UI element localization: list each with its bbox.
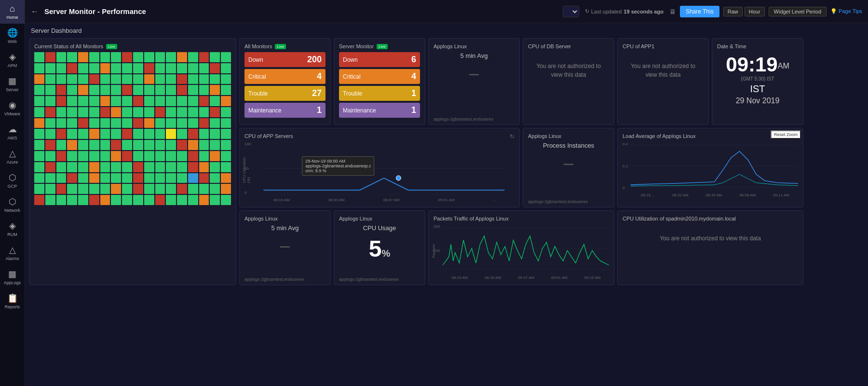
status-dot[interactable] (133, 85, 143, 95)
sidebar-item-aws[interactable]: ☁ AWS (0, 120, 25, 144)
status-dot[interactable] (177, 173, 187, 183)
status-dot[interactable] (155, 118, 165, 128)
sidebar-item-rum[interactable]: ◈ RUM (0, 217, 25, 241)
status-dot[interactable] (78, 140, 88, 150)
status-dot[interactable] (67, 195, 77, 205)
status-dot[interactable] (133, 129, 143, 139)
status-dot[interactable] (45, 96, 55, 106)
status-dot[interactable] (100, 63, 110, 73)
status-dot[interactable] (45, 107, 55, 117)
status-dot[interactable] (133, 140, 143, 150)
status-dot[interactable] (100, 173, 110, 183)
status-dot[interactable] (177, 195, 187, 205)
status-dot[interactable] (67, 96, 77, 106)
status-dot[interactable] (133, 74, 143, 84)
status-dot[interactable] (199, 118, 209, 128)
status-dot[interactable] (166, 63, 176, 73)
reset-zoom-button[interactable]: Reset Zoom (771, 130, 801, 139)
status-dot[interactable] (210, 151, 220, 161)
share-button[interactable]: Share This (680, 6, 719, 17)
status-dot[interactable] (221, 63, 231, 73)
status-dot[interactable] (133, 63, 143, 73)
status-dot[interactable] (144, 162, 154, 172)
status-dot[interactable] (56, 173, 67, 183)
status-dot[interactable] (100, 151, 110, 161)
back-button[interactable]: ← (31, 7, 39, 16)
status-dot[interactable] (221, 118, 231, 128)
sidebar-item-web[interactable]: 🌐 Web (0, 24, 25, 48)
status-dot[interactable] (155, 74, 165, 84)
status-dot[interactable] (89, 195, 99, 205)
status-dot[interactable] (100, 195, 110, 205)
status-dot[interactable] (188, 63, 198, 73)
status-dot[interactable] (155, 184, 165, 194)
status-dot[interactable] (56, 151, 67, 161)
status-dot[interactable] (45, 151, 55, 161)
status-dot[interactable] (56, 140, 67, 150)
sidebar-item-alarms[interactable]: △ Alarms (0, 241, 25, 265)
status-dot[interactable] (67, 52, 77, 62)
status-dot[interactable] (144, 140, 154, 150)
status-dot[interactable] (177, 74, 187, 84)
status-dot[interactable] (188, 74, 198, 84)
status-dot[interactable] (100, 96, 110, 106)
maintenance-row[interactable]: Maintenance 1 (244, 103, 326, 118)
status-dot[interactable] (177, 63, 187, 73)
status-dot[interactable] (122, 52, 132, 62)
status-dot[interactable] (34, 74, 44, 84)
status-dot[interactable] (221, 107, 231, 117)
status-dot[interactable] (45, 118, 55, 128)
status-dot[interactable] (78, 74, 88, 84)
status-dot[interactable] (34, 129, 44, 139)
status-dot[interactable] (166, 151, 176, 161)
status-dot[interactable] (210, 107, 220, 117)
status-dot[interactable] (89, 118, 99, 128)
status-dot[interactable] (100, 118, 110, 128)
status-dot[interactable] (177, 96, 187, 106)
status-dot[interactable] (122, 173, 132, 183)
status-dot[interactable] (133, 151, 143, 161)
status-dot[interactable] (210, 85, 220, 95)
status-dot[interactable] (122, 118, 132, 128)
status-dot[interactable] (166, 107, 176, 117)
status-dot[interactable] (166, 184, 176, 194)
status-dot[interactable] (155, 162, 165, 172)
status-dot[interactable] (177, 140, 187, 150)
status-dot[interactable] (133, 96, 143, 106)
status-dot[interactable] (122, 184, 132, 194)
status-dot[interactable] (221, 52, 231, 62)
status-dot[interactable] (199, 96, 209, 106)
status-dot[interactable] (144, 129, 154, 139)
status-dot[interactable] (199, 184, 209, 194)
status-dot[interactable] (166, 118, 176, 128)
status-dot[interactable] (199, 162, 209, 172)
status-dot[interactable] (34, 162, 44, 172)
status-dot[interactable] (78, 162, 88, 172)
status-dot[interactable] (221, 184, 231, 194)
status-dot[interactable] (122, 96, 132, 106)
trouble-row[interactable]: Trouble 27 (244, 86, 326, 101)
sidebar-item-azure[interactable]: △ Azure (0, 144, 25, 168)
status-dot[interactable] (221, 85, 231, 95)
status-dot[interactable] (221, 140, 231, 150)
status-dot[interactable] (210, 96, 220, 106)
status-dot[interactable] (45, 129, 55, 139)
status-dot[interactable] (100, 129, 110, 139)
status-dot[interactable] (56, 118, 67, 128)
status-dot[interactable] (45, 52, 55, 62)
status-dot[interactable] (166, 129, 176, 139)
status-dot[interactable] (111, 195, 121, 205)
status-dot[interactable] (111, 118, 121, 128)
status-dot[interactable] (100, 85, 110, 95)
status-dot[interactable] (78, 184, 88, 194)
status-dot[interactable] (78, 85, 88, 95)
status-dot[interactable] (155, 52, 165, 62)
status-dot[interactable] (100, 107, 110, 117)
status-dot[interactable] (133, 52, 143, 62)
status-dot[interactable] (56, 129, 67, 139)
status-dot[interactable] (89, 129, 99, 139)
status-dot[interactable] (45, 162, 55, 172)
sidebar-item-home[interactable]: ⌂ Home (0, 0, 25, 24)
dashboard-selector[interactable] (563, 6, 579, 17)
status-dot[interactable] (199, 173, 209, 183)
